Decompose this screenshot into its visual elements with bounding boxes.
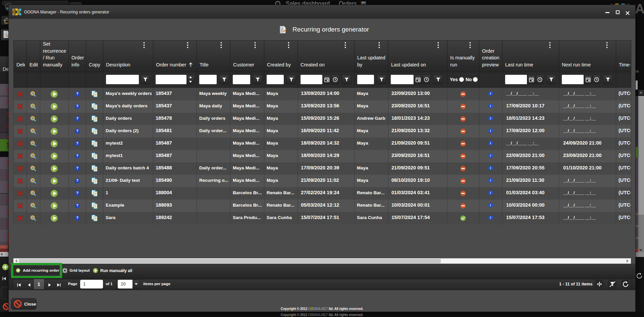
svg-text:i: i — [490, 104, 491, 108]
svg-text:?: ? — [76, 191, 78, 195]
svg-text:i: i — [490, 141, 491, 145]
svg-text:i: i — [490, 166, 491, 170]
svg-text:?: ? — [76, 216, 78, 220]
svg-text:i: i — [490, 92, 491, 95]
svg-text:i: i — [490, 178, 491, 182]
svg-text:i: i — [490, 129, 491, 133]
svg-text:i: i — [490, 154, 491, 157]
svg-text:i: i — [490, 191, 491, 195]
svg-text:?: ? — [76, 104, 78, 108]
svg-text:?: ? — [76, 129, 78, 133]
svg-text:?: ? — [76, 154, 78, 158]
svg-text:i: i — [490, 216, 491, 219]
svg-text:?: ? — [76, 116, 78, 120]
svg-text:i: i — [490, 116, 491, 120]
svg-text:?: ? — [76, 178, 78, 182]
svg-text:?: ? — [76, 166, 78, 170]
svg-text:?: ? — [76, 141, 78, 145]
svg-text:i: i — [490, 203, 491, 207]
svg-text:?: ? — [76, 203, 78, 207]
svg-text:?: ? — [76, 92, 78, 96]
